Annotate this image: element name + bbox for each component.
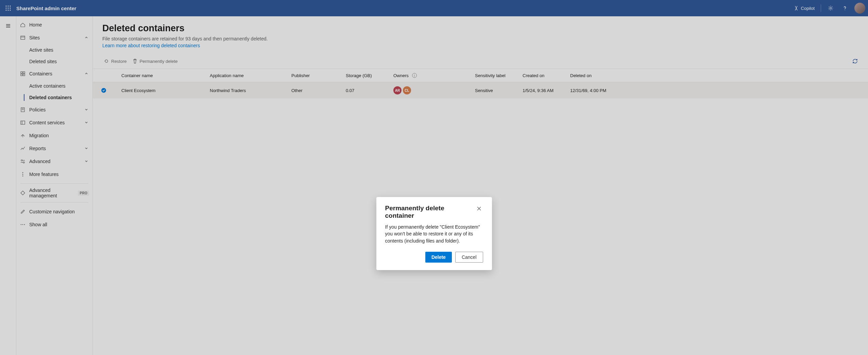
dialog-cancel-button[interactable]: Cancel <box>455 252 483 263</box>
dialog-close-button[interactable] <box>475 205 483 213</box>
dialog-title: Permanently delete container <box>385 205 472 219</box>
close-icon <box>477 206 481 211</box>
dialog-body: If you permanently delete "Client Ecosys… <box>385 224 483 244</box>
modal-overlay: Permanently delete container If you perm… <box>0 0 868 355</box>
permanently-delete-dialog: Permanently delete container If you perm… <box>376 197 492 270</box>
dialog-delete-button[interactable]: Delete <box>425 252 452 263</box>
